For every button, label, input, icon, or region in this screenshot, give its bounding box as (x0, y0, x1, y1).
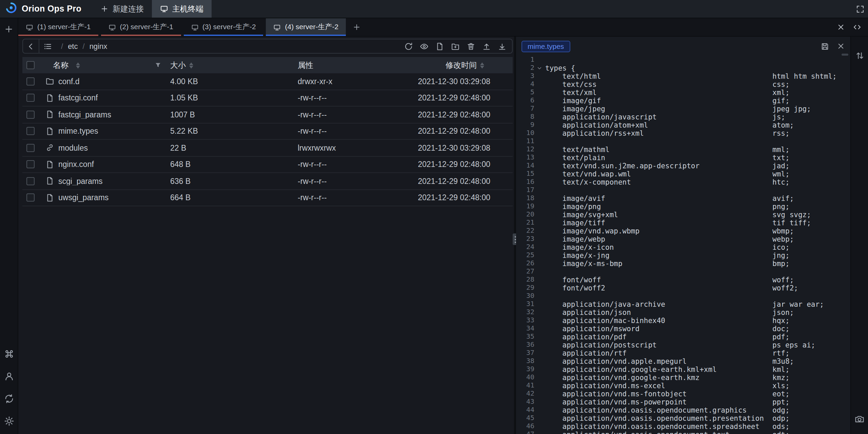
sync-icon[interactable] (1, 391, 16, 406)
file-row[interactable]: mime.types5.22 KB-rw-r--r--2021-12-29 02… (22, 123, 513, 140)
plus-icon[interactable] (1, 22, 16, 37)
open-file-tab[interactable]: mime.types (521, 40, 570, 52)
file-mtime: 2021-12-30 03:29:08 (400, 144, 513, 152)
file-table-header: 名称 大小 属性 修改时间 (22, 57, 513, 73)
file-mtime: 2021-12-29 02:48:00 (400, 111, 513, 119)
fold-zone (536, 96, 542, 105)
row-checkbox-cell (22, 161, 41, 169)
fold-chevron-icon[interactable] (536, 64, 542, 72)
code-line: 20 image/svg+xml svg svgz; (516, 210, 850, 219)
fold-zone (536, 333, 542, 341)
row-checkbox[interactable] (26, 111, 35, 119)
line-number: 45 (516, 414, 534, 422)
fullscreen-icon[interactable] (852, 0, 868, 18)
file-row[interactable]: scgi_params636 B-rw-r--r--2021-12-29 02:… (22, 173, 513, 190)
file-attrs: -rw-r--r-- (292, 111, 400, 119)
file-name-cell: scgi_params (41, 177, 165, 186)
refresh-icon[interactable] (403, 41, 414, 51)
row-checkbox[interactable] (26, 144, 35, 152)
terminal-tab-3[interactable]: (3) server-生产-2 (183, 18, 263, 36)
terminal-tab-1[interactable]: (1) server-生产-1 (18, 18, 98, 36)
save-icon[interactable] (821, 42, 829, 51)
camera-icon[interactable] (852, 412, 867, 427)
tabbar-spacer (365, 18, 833, 36)
file-row[interactable]: fastcgi_params1007 B-rw-r--r--2021-12-29… (22, 107, 513, 123)
line-number: 24 (516, 243, 534, 251)
row-checkbox[interactable] (26, 161, 35, 169)
terminal-tab-label: (3) server-生产-2 (202, 22, 256, 32)
breadcrumb-segment[interactable]: nginx (90, 42, 107, 50)
sort-size-control[interactable] (189, 62, 193, 68)
file-row[interactable]: conf.d4.00 KBdrwxr-xr-x2021-12-30 03:29:… (22, 73, 513, 90)
code-text: text/html html htm shtml; (542, 72, 837, 80)
file-icon (45, 110, 54, 119)
line-number: 30 (516, 292, 534, 300)
code-line: 8 application/javascript js; (516, 113, 850, 121)
file-size: 636 B (165, 177, 292, 185)
code-line: 36 application/postscript ps eps ai; (516, 341, 850, 349)
code-text: image/x-jng jng; (542, 251, 790, 259)
row-checkbox[interactable] (26, 194, 35, 202)
brand-title: Orion Ops Pro (22, 4, 81, 14)
close-icon[interactable] (837, 42, 845, 50)
line-number: 8 (516, 113, 534, 121)
select-all-checkbox[interactable] (26, 61, 35, 69)
line-number: 43 (516, 398, 534, 406)
upload-icon[interactable] (481, 41, 492, 51)
row-checkbox[interactable] (26, 127, 35, 135)
file-size: 4.00 KB (165, 77, 292, 86)
code-icon[interactable] (849, 18, 865, 36)
file-name-cell: modules (41, 144, 165, 152)
code-text: image/tiff tif tiff; (542, 219, 811, 227)
list-icon[interactable] (39, 39, 56, 53)
column-header-name[interactable]: 名称 (41, 60, 165, 70)
sort-name-control[interactable] (76, 62, 80, 68)
code-line: 21 image/tiff tif tiff; (516, 219, 850, 227)
swap-icon[interactable] (852, 48, 867, 63)
line-number: 6 (516, 96, 534, 105)
code-line: 17 (516, 186, 850, 194)
file-row[interactable]: modules22 Blrwxrwxrwx2021-12-30 03:29:08 (22, 140, 513, 156)
row-checkbox[interactable] (26, 77, 35, 86)
column-header-mtime[interactable]: 修改时间 (400, 60, 513, 70)
file-row[interactable]: nginx.conf648 B-rw-r--r--2021-12-29 02:4… (22, 156, 513, 173)
topbar-item-new-connection[interactable]: 新建连接 (92, 0, 152, 18)
line-number: 11 (516, 137, 534, 145)
back-icon[interactable] (23, 39, 39, 53)
new-file-icon[interactable] (435, 41, 445, 51)
breadcrumb-segment[interactable]: etc (68, 42, 78, 50)
fold-zone (536, 243, 542, 251)
file-row[interactable]: uwsgi_params664 B-rw-r--r--2021-12-29 02… (22, 190, 513, 206)
command-icon[interactable] (1, 346, 16, 361)
code-line: 9 application/atom+xml atom; (516, 121, 850, 129)
topbar-item-host-terminal[interactable]: 主机终端 (152, 0, 212, 18)
gear-icon[interactable] (1, 414, 16, 429)
file-row[interactable]: fastcgi.conf1.05 KB-rw-r--r--2021-12-29 … (22, 90, 513, 107)
file-name-cell: uwsgi_params (41, 193, 165, 202)
row-checkbox[interactable] (26, 94, 35, 102)
file-attrs: -rw-r--r-- (292, 127, 400, 135)
row-checkbox[interactable] (26, 177, 35, 185)
code-text: application/vnd.oasis.opendocument.text … (542, 430, 790, 434)
download-icon[interactable] (497, 41, 507, 51)
code-text: image/avif avif; (542, 194, 794, 202)
fold-zone (536, 105, 542, 113)
filter-icon[interactable] (155, 62, 161, 69)
user-icon[interactable] (1, 369, 16, 384)
code-editor[interactable]: 12types {3 text/html html htm shtml;4 te… (516, 56, 850, 434)
eye-icon[interactable] (419, 41, 429, 51)
terminal-tab-2[interactable]: (2) server-生产-1 (101, 18, 181, 36)
trash-icon[interactable] (466, 41, 476, 51)
new-tab-button[interactable] (349, 18, 365, 36)
breadcrumb-root-slash: / (61, 42, 63, 50)
line-number: 19 (516, 202, 534, 210)
fold-zone (536, 145, 542, 153)
sort-mtime-control[interactable] (480, 62, 484, 68)
code-line: 38 application/vnd.apple.mpegurl m3u8; (516, 357, 850, 365)
close-icon[interactable] (833, 18, 849, 36)
column-size-label: 大小 (170, 60, 186, 70)
code-line: 45 application/vnd.oasis.opendocument.pr… (516, 414, 850, 422)
column-header-size[interactable]: 大小 (165, 60, 292, 70)
new-folder-icon[interactable] (450, 41, 460, 51)
terminal-tab-4[interactable]: (4) server-生产-2 (266, 18, 346, 36)
